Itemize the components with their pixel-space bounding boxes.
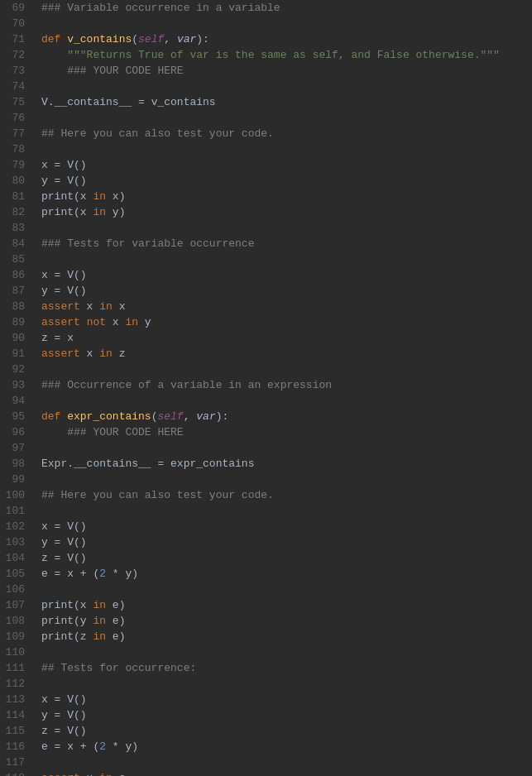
token: expr_contains [170, 457, 254, 470]
token: V. [41, 96, 55, 108]
token: 2 [99, 568, 106, 580]
code-line: ## Here you can also test your code. [41, 487, 532, 503]
token: + ( [74, 740, 99, 753]
token: y [41, 709, 48, 721]
token: ## Here you can also test your code. [41, 489, 274, 501]
token: V [67, 693, 74, 706]
code-editor: 6970717273747576777879808182838485868788… [0, 0, 532, 776]
token: ( [132, 33, 138, 46]
code-line: assert x in z [41, 346, 532, 362]
code-line [41, 676, 532, 692]
line-number: 85 [3, 251, 25, 267]
token: x [113, 300, 126, 313]
code-line: y = V() [41, 283, 532, 299]
line-number: 88 [3, 299, 25, 314]
token: x [67, 740, 74, 753]
line-number: 95 [3, 409, 25, 424]
line-number: 112 [3, 676, 25, 692]
code-line: def expr_contains(self, var): [41, 409, 532, 424]
token: () [74, 709, 87, 721]
token: = [48, 175, 67, 187]
code-line: ### Occurrence of a variable in an expre… [41, 377, 532, 393]
token: x [67, 332, 74, 344]
token: assert [41, 347, 80, 360]
line-number: 103 [3, 534, 25, 550]
token: + ( [74, 568, 99, 580]
token: var [177, 33, 196, 46]
token: x [80, 190, 87, 203]
code-line: x = V() [41, 692, 532, 707]
code-line [41, 110, 532, 126]
token: print [41, 599, 74, 611]
token: print [41, 190, 74, 203]
token: print [41, 615, 74, 627]
code-line [41, 503, 532, 519]
code-line: assert not x in y [41, 314, 532, 330]
code-line: ### Tests for variable occurrence [41, 236, 532, 251]
code-line: e = x + (2 * y) [41, 566, 532, 582]
token: Expr. [41, 457, 74, 470]
token: z [41, 552, 48, 564]
token: () [74, 520, 87, 533]
token: ## Here you can also test your code. [41, 127, 274, 140]
token: __contains__ [74, 457, 151, 470]
token: ( [74, 599, 80, 611]
token: y [113, 206, 119, 218]
code-line [41, 141, 532, 157]
token: V [67, 269, 74, 281]
line-number: 98 [3, 456, 25, 472]
token: = [132, 96, 151, 108]
token: e [41, 568, 48, 580]
line-number: 99 [3, 472, 25, 487]
line-number: 96 [3, 424, 25, 440]
code-line: y = V() [41, 173, 532, 189]
line-number: 70 [3, 16, 25, 31]
token: () [74, 552, 87, 564]
token: ( [74, 206, 80, 218]
line-number: 94 [3, 393, 25, 409]
token: print [41, 206, 74, 218]
code-line: Expr.__contains__ = expr_contains [41, 456, 532, 472]
code-line: ### YOUR CODE HERE [41, 424, 532, 440]
token: , [184, 410, 197, 423]
code-line [41, 582, 532, 597]
token: = [48, 285, 67, 297]
token: V [67, 159, 74, 171]
line-number: 109 [3, 629, 25, 644]
token: ) [119, 206, 126, 218]
token: x [80, 772, 99, 776]
code-line: assert x in x [41, 299, 532, 314]
line-number: 69 [3, 0, 25, 16]
token: e [41, 740, 48, 753]
line-number: 101 [3, 503, 25, 519]
token: y [41, 175, 48, 187]
line-number: 114 [3, 707, 25, 723]
code-content[interactable]: ### Variable occurrence in a variable de… [33, 0, 532, 776]
code-line: print(x in e) [41, 597, 532, 613]
token: () [74, 159, 87, 171]
token: x [41, 520, 48, 533]
token: x [67, 568, 74, 580]
token: () [74, 725, 87, 737]
code-line: assert x in e [41, 770, 532, 776]
token: self [157, 410, 183, 423]
code-line: e = x + (2 * y) [41, 739, 532, 754]
token: in [99, 772, 113, 776]
code-line [41, 251, 532, 267]
token: = [48, 520, 67, 533]
token: ) [132, 568, 138, 580]
line-number: 108 [3, 613, 25, 629]
code-line: z = V() [41, 550, 532, 566]
token [41, 426, 67, 438]
token: assert [41, 772, 80, 776]
token: ### Tests for variable occurrence [41, 237, 254, 250]
token: ( [74, 630, 80, 643]
line-number: 104 [3, 550, 25, 566]
token: in [87, 206, 113, 218]
token: = [48, 552, 67, 564]
line-number: 71 [3, 31, 25, 47]
token: y [80, 615, 87, 627]
token: = [48, 709, 67, 721]
line-number: 118 [3, 770, 25, 776]
token: e [113, 630, 119, 643]
